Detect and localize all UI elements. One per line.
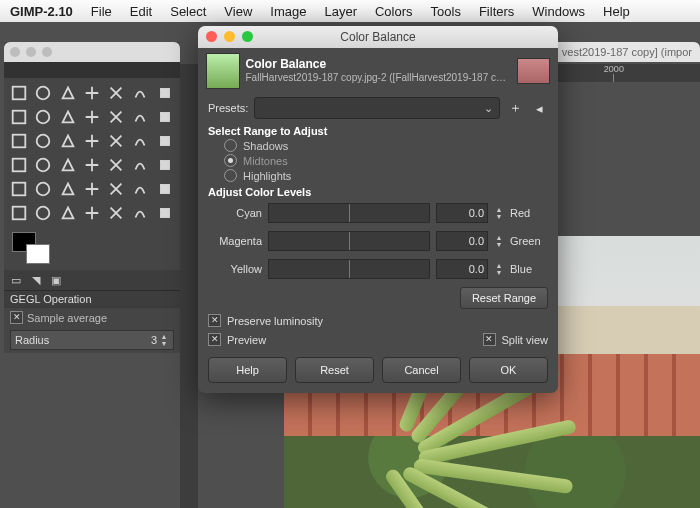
slider-cyan-spinner[interactable]: ▲▼: [494, 206, 504, 220]
color-balance-dialog: Color Balance Color Balance FallHarvest2…: [198, 26, 558, 393]
background-color[interactable]: [26, 244, 50, 264]
tool-heal[interactable]: [32, 178, 54, 200]
slider-cyan-red[interactable]: [268, 203, 430, 223]
preset-menu-icon[interactable]: ◂: [530, 99, 548, 117]
sample-average-checkbox[interactable]: ✕: [10, 311, 23, 324]
preserve-luminosity-checkbox[interactable]: ✕: [208, 314, 221, 327]
tab-device-icon[interactable]: ◥: [28, 272, 44, 288]
tool-scale[interactable]: [105, 106, 127, 128]
help-button[interactable]: Help: [208, 357, 287, 383]
cancel-button[interactable]: Cancel: [382, 357, 461, 383]
menu-view[interactable]: View: [224, 4, 252, 19]
tool-extra3[interactable]: [129, 202, 151, 224]
window-minimize-icon[interactable]: [224, 31, 235, 42]
tool-cage[interactable]: [81, 130, 103, 152]
dialog-titlebar[interactable]: Color Balance: [198, 26, 558, 48]
tool-paintbrush[interactable]: [57, 154, 79, 176]
tab-tool-options-icon[interactable]: ▭: [8, 272, 24, 288]
slider-yellow-right: Blue: [510, 263, 548, 275]
slider-yellow-spinner[interactable]: ▲▼: [494, 262, 504, 276]
ok-button[interactable]: OK: [469, 357, 548, 383]
tool-perspective-clone[interactable]: [57, 178, 79, 200]
split-view-checkbox[interactable]: ✕: [483, 333, 496, 346]
menu-file[interactable]: File: [91, 4, 112, 19]
tool-perspective[interactable]: [154, 106, 176, 128]
radius-label: Radius: [15, 334, 49, 346]
radius-field[interactable]: Radius 3 ▲▼: [10, 330, 174, 350]
tool-align[interactable]: [57, 106, 79, 128]
tool-crop[interactable]: [8, 106, 30, 128]
slider-yellow-blue[interactable]: [268, 259, 430, 279]
tool-eraser[interactable]: [81, 154, 103, 176]
image-window-title: vest2019-187 copy] (impor: [554, 42, 700, 62]
menu-colors[interactable]: Colors: [375, 4, 413, 19]
fg-bg-swatch[interactable]: [4, 228, 180, 270]
tool-fuzzy-select[interactable]: [81, 82, 103, 104]
preset-add-icon[interactable]: ＋: [506, 99, 524, 117]
tool-extra2[interactable]: [105, 202, 127, 224]
reset-range-button[interactable]: Reset Range: [460, 287, 548, 309]
radius-spinner[interactable]: ▲▼: [159, 333, 169, 347]
tool-color-picker[interactable]: [154, 178, 176, 200]
tool-ink[interactable]: [129, 154, 151, 176]
menu-app[interactable]: GIMP-2.10: [10, 4, 73, 19]
tool-options-title: GEGL Operation: [4, 290, 180, 307]
presets-dropdown[interactable]: ⌄: [254, 97, 500, 119]
tool-smudge[interactable]: [105, 178, 127, 200]
tool-text[interactable]: [129, 130, 151, 152]
tool-foreground-select[interactable]: [154, 82, 176, 104]
tool-scissors[interactable]: [129, 82, 151, 104]
tool-clone[interactable]: [8, 178, 30, 200]
tool-warp[interactable]: [105, 130, 127, 152]
reset-button[interactable]: Reset: [295, 357, 374, 383]
preview-checkbox[interactable]: ✕: [208, 333, 221, 346]
tool-rect-select[interactable]: [8, 82, 30, 104]
menu-edit[interactable]: Edit: [130, 4, 152, 19]
tool-zoom[interactable]: [32, 202, 54, 224]
menu-windows[interactable]: Windows: [532, 4, 585, 19]
menu-help[interactable]: Help: [603, 4, 630, 19]
tool-bucket-fill[interactable]: [154, 130, 176, 152]
slider-magenta-spinner[interactable]: ▲▼: [494, 234, 504, 248]
menu-filters[interactable]: Filters: [479, 4, 514, 19]
tool-gradient[interactable]: [8, 154, 30, 176]
menu-image[interactable]: Image: [270, 4, 306, 19]
tool-blur[interactable]: [81, 178, 103, 200]
svg-point-10: [37, 159, 50, 172]
tool-measure[interactable]: [8, 202, 30, 224]
tool-free-select[interactable]: [57, 82, 79, 104]
tool-unified-transform[interactable]: [8, 130, 30, 152]
tool-handle-transform[interactable]: [32, 130, 54, 152]
radius-value: 3: [151, 334, 157, 346]
menu-layer[interactable]: Layer: [324, 4, 357, 19]
tool-dodge[interactable]: [129, 178, 151, 200]
tool-ellipse-select[interactable]: [32, 82, 54, 104]
tool-paths[interactable]: [57, 202, 79, 224]
slider-cyan-right: Red: [510, 207, 548, 219]
window-zoom-icon[interactable]: [242, 31, 253, 42]
slider-cyan-value[interactable]: 0.0: [436, 203, 488, 223]
radio-shadows[interactable]: [224, 139, 237, 152]
tool-pencil[interactable]: [32, 154, 54, 176]
toolbox-titlebar[interactable]: [4, 42, 180, 62]
tool-extra1[interactable]: [81, 202, 103, 224]
tool-move[interactable]: [32, 106, 54, 128]
tool-flip[interactable]: [57, 130, 79, 152]
tab-image-icon[interactable]: ▣: [48, 272, 64, 288]
menu-tools[interactable]: Tools: [431, 4, 461, 19]
menu-select[interactable]: Select: [170, 4, 206, 19]
svg-point-13: [37, 183, 50, 196]
tool-rotate[interactable]: [81, 106, 103, 128]
slider-magenta-green[interactable]: [268, 231, 430, 251]
tool-shear[interactable]: [129, 106, 151, 128]
tool-airbrush[interactable]: [105, 154, 127, 176]
svg-rect-14: [160, 185, 169, 194]
radio-midtones[interactable]: [224, 154, 237, 167]
tool-mypaint[interactable]: [154, 154, 176, 176]
slider-yellow-value[interactable]: 0.0: [436, 259, 488, 279]
tool-extra4[interactable]: [154, 202, 176, 224]
radio-highlights[interactable]: [224, 169, 237, 182]
tool-by-color-select[interactable]: [105, 82, 127, 104]
slider-magenta-value[interactable]: 0.0: [436, 231, 488, 251]
window-close-icon[interactable]: [206, 31, 217, 42]
